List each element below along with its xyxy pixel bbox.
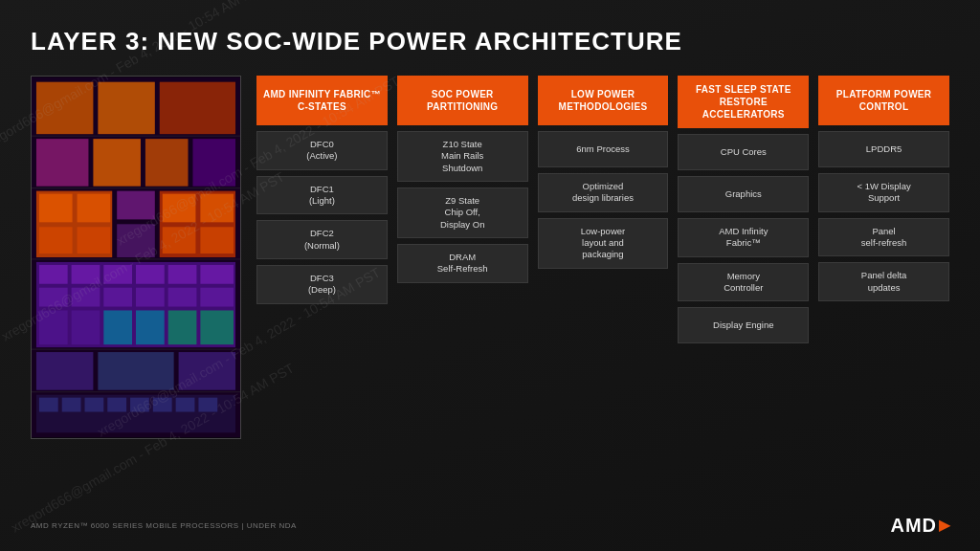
svg-rect-7 bbox=[145, 139, 189, 187]
svg-rect-29 bbox=[72, 288, 100, 307]
col-header-lowpower: LOW POWER METHODOLOGIES bbox=[538, 76, 669, 125]
svg-rect-41 bbox=[98, 352, 173, 390]
svg-rect-11 bbox=[117, 224, 155, 257]
svg-rect-19 bbox=[163, 227, 196, 253]
svg-rect-20 bbox=[200, 227, 234, 253]
col-item-panel-delta: Panel deltaupdates bbox=[818, 262, 949, 301]
col-item-amd-infinity: AMD InfinityFabric™ bbox=[678, 218, 809, 257]
svg-rect-44 bbox=[39, 398, 58, 412]
col-header-fabric: AMD INFINITY FABRIC™ C-STATES bbox=[256, 76, 388, 125]
col-header-soc: SOC POWER PARTITIONING bbox=[397, 76, 528, 125]
footer: AMD RYZEN™ 6000 SERIES MOBILE PROCESSORS… bbox=[31, 513, 949, 538]
svg-rect-5 bbox=[36, 139, 89, 187]
svg-rect-28 bbox=[39, 288, 68, 307]
slide: xregord666@gmail.com - Feb 4, 2022 - 10:… bbox=[0, 0, 980, 551]
svg-rect-14 bbox=[78, 194, 111, 223]
col-item-panel-selfrefresh: Panelself-refresh bbox=[818, 218, 949, 257]
svg-rect-25 bbox=[136, 265, 165, 284]
chip-die-image bbox=[31, 76, 241, 439]
svg-rect-27 bbox=[200, 265, 234, 284]
svg-rect-17 bbox=[163, 194, 196, 223]
svg-rect-42 bbox=[179, 352, 235, 390]
col-item-dfc2: DFC2(Normal) bbox=[256, 220, 388, 259]
col-item-cpu-cores: CPU Cores bbox=[678, 134, 809, 170]
svg-rect-13 bbox=[39, 194, 73, 223]
col-item-dfc0: DFC0(Active) bbox=[256, 131, 388, 170]
column-fast-sleep: FAST SLEEP STATE RESTORE ACCELERATORS CP… bbox=[678, 76, 809, 343]
col-item-dfc3: DFC3(Deep) bbox=[256, 265, 388, 304]
content-area: AMD INFINITY FABRIC™ C-STATES DFC0(Activ… bbox=[31, 76, 949, 439]
svg-rect-34 bbox=[39, 310, 68, 344]
col-item-graphics: Graphics bbox=[678, 176, 809, 212]
svg-rect-37 bbox=[136, 310, 165, 344]
svg-rect-50 bbox=[176, 398, 195, 412]
col-item-design-libs: Optimizeddesign libraries bbox=[538, 173, 669, 212]
col-item-z9: Z9 StateChip Off,Display On bbox=[397, 187, 528, 238]
svg-rect-6 bbox=[93, 139, 141, 187]
svg-rect-3 bbox=[98, 82, 154, 135]
footer-text: AMD RYZEN™ 6000 SERIES MOBILE PROCESSORS… bbox=[31, 521, 297, 530]
svg-rect-51 bbox=[198, 398, 217, 412]
col-item-z10: Z10 StateMain RailsShutdown bbox=[397, 131, 528, 182]
svg-rect-10 bbox=[117, 191, 155, 220]
col-item-1w-display: < 1W DisplaySupport bbox=[818, 173, 949, 212]
svg-rect-8 bbox=[192, 139, 235, 187]
svg-rect-45 bbox=[62, 398, 81, 412]
svg-rect-46 bbox=[84, 398, 103, 412]
svg-rect-16 bbox=[78, 227, 111, 253]
svg-rect-31 bbox=[136, 288, 165, 307]
svg-rect-18 bbox=[200, 194, 234, 223]
col-item-dram: DRAMSelf-Refresh bbox=[397, 244, 528, 283]
svg-rect-36 bbox=[103, 310, 132, 344]
amd-logo: AMD ▸ bbox=[890, 513, 949, 538]
amd-arrow-icon: ▸ bbox=[939, 513, 949, 538]
col-item-display-engine: Display Engine bbox=[678, 307, 809, 343]
col-item-dfc1: DFC1(Light) bbox=[256, 176, 388, 215]
svg-rect-22 bbox=[39, 265, 68, 284]
svg-rect-15 bbox=[39, 227, 73, 253]
amd-logo-text: AMD bbox=[890, 515, 937, 537]
svg-rect-38 bbox=[168, 310, 197, 344]
svg-rect-48 bbox=[130, 398, 149, 412]
svg-rect-35 bbox=[72, 310, 100, 344]
svg-rect-33 bbox=[200, 288, 234, 307]
column-platform-power: PLATFORM POWER CONTROL LPDDR5 < 1W Displ… bbox=[818, 76, 949, 343]
svg-rect-30 bbox=[103, 288, 132, 307]
column-low-power: LOW POWER METHODOLOGIES 6nm Process Opti… bbox=[538, 76, 669, 343]
svg-rect-26 bbox=[168, 265, 197, 284]
col-item-lowpower-layout: Low-powerlayout andpackaging bbox=[538, 218, 669, 269]
columns-container: AMD INFINITY FABRIC™ C-STATES DFC0(Activ… bbox=[256, 76, 949, 343]
slide-title: LAYER 3: NEW SOC-WIDE POWER ARCHITECTURE bbox=[31, 27, 949, 56]
svg-rect-4 bbox=[160, 82, 235, 135]
column-fabric-cstates: AMD INFINITY FABRIC™ C-STATES DFC0(Activ… bbox=[256, 76, 388, 343]
svg-rect-24 bbox=[103, 265, 132, 284]
column-soc-power: SOC POWER PARTITIONING Z10 StateMain Rai… bbox=[397, 76, 528, 343]
svg-rect-40 bbox=[36, 352, 93, 390]
svg-rect-47 bbox=[107, 398, 126, 412]
col-item-6nm: 6nm Process bbox=[538, 131, 669, 167]
col-header-fastsleep: FAST SLEEP STATE RESTORE ACCELERATORS bbox=[678, 76, 809, 128]
col-header-platform: PLATFORM POWER CONTROL bbox=[818, 76, 949, 125]
svg-rect-2 bbox=[36, 82, 93, 135]
svg-rect-49 bbox=[153, 398, 172, 412]
col-item-lpddr5: LPDDR5 bbox=[818, 131, 949, 167]
svg-rect-39 bbox=[200, 310, 234, 344]
svg-rect-23 bbox=[72, 265, 100, 284]
col-item-memory-ctrl: MemoryController bbox=[678, 263, 809, 302]
svg-rect-32 bbox=[168, 288, 197, 307]
